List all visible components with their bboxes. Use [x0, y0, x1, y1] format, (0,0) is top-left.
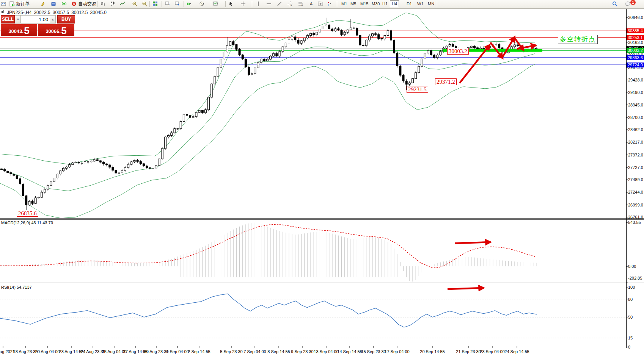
price-axis-ticks: [3, 17, 628, 348]
time-axis-label: 15 Sep 23:30: [361, 349, 386, 354]
fibonacci-icon[interactable]: F: [297, 0, 305, 8]
price-axis-tick: 30646.0: [628, 15, 644, 20]
ohlc-open: 30022.5: [34, 10, 50, 15]
time-axis-label: 20 Aug 04:00: [35, 349, 60, 354]
text-icon[interactable]: A: [308, 0, 315, 8]
sell-price-tile[interactable]: 30043. 5: [1, 24, 37, 36]
timeframe-button-m5[interactable]: M5: [349, 1, 358, 7]
bollinger-bands: [0, 13, 535, 218]
arrows-shapes-icon[interactable]: [326, 0, 333, 8]
time-axis-label: 17 Sep 04:00: [385, 349, 409, 354]
vertical-line-icon[interactable]: [255, 0, 262, 8]
time-axis-label: 2 Sep 14:55: [188, 349, 210, 354]
price-callout[interactable]: 26835.6: [17, 210, 38, 217]
crosshair-icon[interactable]: [240, 0, 247, 8]
timeframe-button-h4[interactable]: H4: [390, 0, 399, 7]
timeframe-button-w1[interactable]: W1: [416, 1, 425, 7]
trend-arrows[interactable]: [448, 38, 535, 289]
line-chart-type-icon[interactable]: [119, 0, 126, 8]
ohlc-low: 30012.5: [71, 10, 88, 15]
svg-text:E: E: [291, 4, 292, 6]
rsi-indicator-label: RSI(14) 54.7137: [1, 285, 32, 289]
time-axis-label: 30 Aug 23:30: [144, 349, 169, 354]
buy-price-main: 30066.: [46, 27, 61, 36]
bar-chart-type-icon[interactable]: [99, 0, 107, 8]
volume-decrease-button[interactable]: ▼: [15, 15, 21, 23]
toolbar-separator: [162, 1, 162, 7]
timeframe-button-mn[interactable]: MN: [426, 1, 436, 7]
timeframe-button-m1[interactable]: M1: [340, 1, 349, 7]
rsi-line: [0, 294, 537, 327]
volume-increase-button[interactable]: ▲: [50, 15, 56, 23]
level-lines: [0, 31, 626, 65]
price-level-badge: 29724.0: [627, 63, 644, 67]
toolbar-separator: [225, 1, 226, 7]
auto-trading-button[interactable]: 自动交易: [71, 0, 97, 8]
macd-axis-tick: 0.00: [628, 264, 644, 269]
buy-price-big-digit: 5: [61, 26, 66, 36]
buy-price-tile[interactable]: 30066. 5: [38, 24, 74, 36]
price-axis-tick: 28217.0: [628, 140, 644, 144]
toolbar-separator: [337, 1, 337, 7]
macd-axis-tick: 543.55: [628, 220, 644, 225]
templates-icon[interactable]: [212, 0, 220, 8]
price-axis-tick: 27489.0: [628, 177, 644, 182]
time-axis-label: 7 Sep 04:00: [243, 349, 266, 354]
rsi-axis-tick: 0: [628, 345, 644, 349]
arrange-down-icon[interactable]: [174, 0, 181, 8]
price-callout[interactable]: 29371.2: [435, 78, 457, 85]
timeframe-button-d1[interactable]: D1: [405, 1, 413, 7]
time-axis-label: 9 Sep 23:30: [291, 349, 313, 354]
chart-window-icon[interactable]: [0, 0, 7, 8]
time-axis-label: 1 Sep 04:00: [166, 349, 188, 354]
toolbar-separator: [97, 1, 97, 7]
arrange-up-icon[interactable]: [164, 0, 171, 8]
depth-of-market-icon[interactable]: [50, 0, 57, 8]
symbol-name: JPN225-,H4: [7, 10, 31, 15]
volume-input[interactable]: [21, 15, 50, 23]
price-axis-tick: 26761.0: [628, 215, 644, 219]
turning-point-annotation[interactable]: 多空转折点: [558, 35, 598, 44]
auto-trading-button-label: 自动交易: [78, 1, 96, 7]
trendline-icon[interactable]: [276, 0, 283, 8]
svg-text:T: T: [320, 2, 322, 6]
svg-text:F: F: [302, 4, 303, 6]
price-level-badge: 30003.2: [627, 48, 644, 53]
search-icon[interactable]: [611, 0, 619, 8]
styler-icon[interactable]: [39, 0, 47, 8]
price-callout[interactable]: 29231.5: [407, 86, 428, 93]
toolbar-separator: [7, 1, 7, 7]
tile-windows-icon[interactable]: [152, 0, 159, 8]
zoom-out-icon[interactable]: [141, 0, 148, 8]
price-level-badge: 29863.6: [627, 55, 644, 60]
text-label-icon[interactable]: T: [317, 0, 324, 8]
new-order-button[interactable]: 新订单: [8, 0, 30, 8]
price-axis-tick: 26999.0: [628, 203, 644, 207]
buy-button[interactable]: BUY: [57, 15, 75, 23]
price-axis-tick: 29190.0: [628, 90, 644, 95]
toolbar-separator: [149, 1, 150, 7]
price-axis-tick: 30163.0: [628, 40, 644, 45]
zoom-in-icon[interactable]: [131, 0, 138, 8]
timeframe-button-m15[interactable]: M15: [359, 1, 370, 7]
time-axis-label: 14 Sep 14:55: [337, 349, 362, 354]
candles: [1, 18, 537, 213]
timeframe-button-m30[interactable]: M30: [370, 1, 381, 7]
price-level-badge: 30253.1: [627, 35, 644, 40]
signals-icon[interactable]: [61, 0, 68, 8]
mt4-window: 新订单自动交易EFATM1M5M15M30H1H4D1W1MN1 JPN225-…: [0, 0, 644, 355]
candle-chart-type-icon[interactable]: [109, 0, 116, 8]
price-callout[interactable]: 30003.2: [447, 48, 469, 55]
cursor-icon[interactable]: [228, 0, 235, 8]
one-click-trading-widget: SELL ▼ ▲ BUY 30043. 5 30066. 5: [1, 15, 75, 36]
period-clock-icon[interactable]: [199, 0, 206, 8]
ohlc-close: 30045.0: [90, 10, 107, 15]
price-axis-tick: 29428.0: [628, 78, 644, 82]
channel-icon[interactable]: E: [287, 0, 294, 8]
horizontal-line-icon[interactable]: [265, 0, 273, 8]
price-axis-tick: 28462.0: [628, 127, 644, 132]
sell-button[interactable]: SELL: [1, 15, 15, 23]
add-indicator-icon[interactable]: [186, 0, 193, 8]
time-axis-label: 18 Aug 23:30: [13, 349, 38, 354]
timeframe-button-h1[interactable]: H1: [381, 1, 389, 7]
